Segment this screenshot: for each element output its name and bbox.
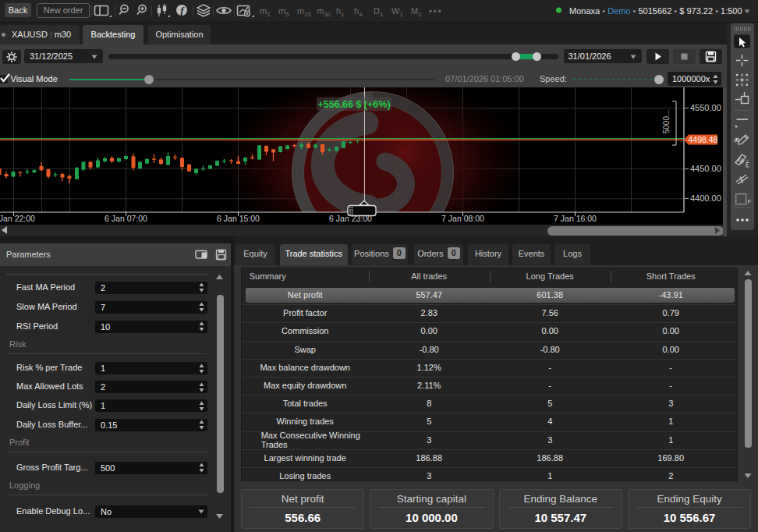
svg-text:F: F [748, 198, 752, 205]
svg-text:4550.00: 4550.00 [690, 103, 721, 112]
svg-text:6 Jan 15:00: 6 Jan 15:00 [217, 214, 260, 223]
svg-text:+556.66 $ (+6%): +556.66 $ (+6%) [317, 99, 390, 110]
svg-text:7 Jan 16:00: 7 Jan 16:00 [554, 214, 597, 223]
svg-text:5000...: 5000... [662, 110, 671, 134]
svg-text:5 Jan 22:00: 5 Jan 22:00 [0, 214, 35, 223]
svg-text:4400.00: 4400.00 [690, 193, 721, 203]
svg-text:4498.48: 4498.48 [689, 135, 718, 144]
svg-text:6 Jan 07:00: 6 Jan 07:00 [104, 214, 147, 223]
svg-text:4450.00: 4450.00 [690, 164, 721, 173]
svg-text:7 Jan 08:00: 7 Jan 08:00 [441, 214, 484, 223]
